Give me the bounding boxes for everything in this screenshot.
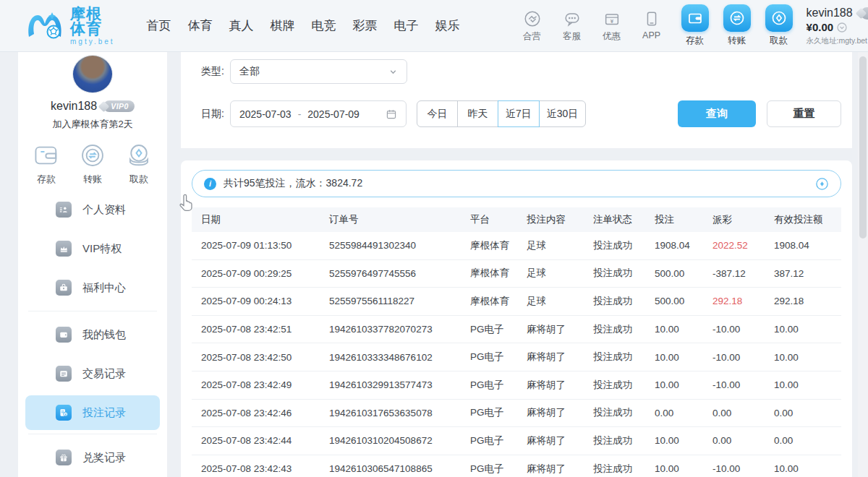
cell-date: 2025-07-08 23:42:43 [201,463,329,474]
cell-order_no: 1942610306547108865 [329,463,470,474]
type-label: 类型: [201,65,230,78]
sidebar-quick-1[interactable]: 存款 [30,142,62,186]
cell-platform: 摩根体育 [470,239,527,252]
cell-valid_amount: 387.12 [774,268,841,279]
date-range-input[interactable]: 2025-07-03 - 2025-07-09 [230,100,407,127]
nav-item-6[interactable]: 彩票 [353,17,378,34]
brand-name: 摩根体育 [70,6,115,36]
scrollbar-track[interactable] [858,52,868,477]
quicklink-4[interactable]: APP [636,9,668,43]
type-select[interactable]: 全部 [230,59,407,84]
header-cell: 订单号 [329,213,470,226]
menu-divider [28,311,157,311]
header-cell: 有效投注额 [774,213,841,226]
cell-valid_amount: 10.00 [774,463,841,474]
table-row: 2025-07-08 23:42:441942610310204508672PG… [192,427,841,455]
nav-item-8[interactable]: 娱乐 [435,17,460,34]
cell-order_no: 1942610317653635078 [329,408,470,418]
quicklink-2[interactable]: 客服 [556,9,588,43]
cell-date: 2025-07-08 23:42:51 [201,324,329,335]
cell-content: 麻将胡了 [527,406,593,419]
cell-order_no: 1942610337782070273 [329,324,470,335]
cell-status: 投注成功 [593,295,655,308]
sidebar-item-7[interactable]: 兑奖记录 [18,438,167,477]
sidebar-item-6[interactable]: ¥投注记录 [25,395,160,430]
cell-valid_amount: 10.00 [774,352,841,363]
scrollbar-thumb[interactable] [859,56,867,239]
sidebar-item-1[interactable]: 个人资料 [18,190,167,229]
cell-date: 2025-07-08 23:42:44 [201,435,329,446]
transactions-icon [58,368,69,379]
sidebar-item-4[interactable]: 我的钱包 [18,315,167,354]
table-row: 2025-07-08 23:42:511942610337782070273PG… [192,316,841,344]
cell-platform: PG电子 [470,406,527,419]
quicklink-1[interactable]: 合营 [516,9,548,43]
wallet-action-2[interactable]: 转账 [720,4,754,47]
sidebar-item-5[interactable]: 交易记录 [18,354,167,393]
table-row: 2025-07-08 23:42:501942610333348676102PG… [192,343,841,371]
cell-stake: 10.00 [655,379,712,390]
sidebar-avatar[interactable] [72,55,113,93]
quicklink-3[interactable]: ¥优惠 [596,9,628,43]
cell-payout: 2022.52 [712,240,774,251]
table-row: 2025-07-09 01:13:505255984491302340摩根体育足… [192,232,841,260]
vip-icon [58,243,69,254]
range-button-3[interactable]: 近7日 [498,100,540,127]
range-button-1[interactable]: 今日 [417,100,458,127]
header-cell: 投注 [655,213,712,226]
bets-icon: ¥ [58,407,69,418]
page: 摩根体育 mgty.bet 首页体育真人棋牌电竞彩票电子娱乐 合营客服¥优惠AP… [0,0,868,477]
summary-bar: 共计95笔投注，流水：3824.72 [192,170,841,197]
sidebar-username: kevin188 [51,100,97,113]
table-body: 2025-07-09 01:13:505255984491302340摩根体育足… [192,232,841,477]
main-nav: 首页体育真人棋牌电竞彩票电子娱乐 [147,17,460,34]
cell-status: 投注成功 [593,267,655,280]
sidebar-item-3[interactable]: 福利中心 [18,268,167,307]
vip-badge: VIP0 [857,7,868,20]
topbar-quick-links: 合营客服¥优惠APP [516,9,668,43]
withdraw-outline-icon [125,142,153,169]
balance-refresh-icon[interactable] [837,22,847,33]
nav-item-2[interactable]: 体育 [188,17,213,34]
cell-date: 2025-07-08 23:42:50 [201,352,329,363]
nav-item-7[interactable]: 电子 [394,17,419,34]
join-days-text: 加入摩根体育第2天 [52,118,132,131]
reset-button[interactable]: 重置 [767,100,841,127]
nav-item-4[interactable]: 棋牌 [271,17,295,34]
svg-text:¥: ¥ [610,17,613,24]
chat-icon [563,9,582,28]
search-button[interactable]: 查询 [678,100,756,127]
table-row: 2025-07-09 00:24:135255975561118227摩根体育足… [192,288,841,316]
cell-status: 投注成功 [593,379,655,392]
bet-records-panel: 共计95笔投注，流水：3824.72 日期订单号平台投注内容注单状态投注派彩有效… [181,160,852,477]
cell-date: 2025-07-08 23:42:46 [201,408,329,418]
brand-logo[interactable]: 摩根体育 mgty.bet [26,6,115,46]
sidebar-quick-2[interactable]: 转账 [77,142,109,186]
cell-platform: 摩根体育 [470,267,527,280]
table-row: 2025-07-08 23:42:461942610317653635078PG… [192,400,841,428]
table-row: 2025-07-08 23:42:491942610329913577473PG… [192,371,841,400]
nav-item-1[interactable]: 首页 [147,17,171,34]
brand-logo-icon [26,9,64,43]
summary-text: 共计95笔投注，流水：3824.72 [224,177,362,190]
sidebar-vip-badge: VIP0 [100,100,135,112]
transfer-outline-icon [79,142,106,169]
deposit-outline-icon [33,142,60,169]
username: kevin188 [807,6,853,20]
type-select-value: 全部 [239,65,260,78]
cell-payout: -10.00 [712,352,774,363]
expand-target-icon[interactable] [815,177,829,191]
cell-valid_amount: 292.18 [774,296,841,306]
wallet-action-3[interactable]: 取款 [762,4,796,47]
range-button-2[interactable]: 昨天 [457,100,498,127]
cell-platform: PG电子 [470,351,527,364]
range-button-4[interactable]: 近30日 [539,100,587,127]
wallet-action-1[interactable]: 存款 [678,4,712,47]
cell-order_no: 5255976497745556 [329,268,470,279]
sidebar-item-2[interactable]: VIP特权 [18,229,167,268]
nav-item-3[interactable]: 真人 [229,17,254,34]
header-cell: 平台 [470,213,527,226]
nav-item-5[interactable]: 电竞 [312,17,336,34]
sidebar-quick-3[interactable]: 取款 [123,142,155,186]
cell-content: 麻将胡了 [527,463,593,476]
